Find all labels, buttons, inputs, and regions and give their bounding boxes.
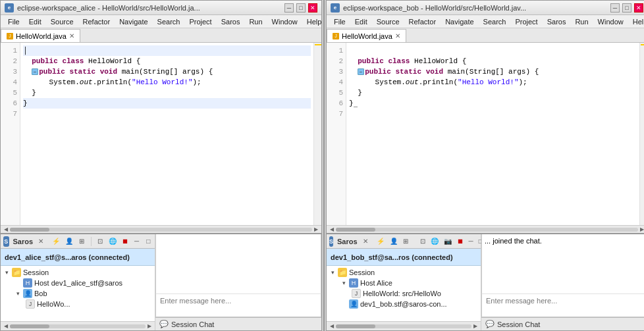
menu-edit-alice[interactable]: Edit: [24, 16, 46, 27]
saros-toolbar-btn-1-bob[interactable]: ⚡: [376, 236, 385, 247]
menu-refactor-bob[interactable]: Refactor: [404, 16, 441, 27]
minimize-button-alice[interactable]: ─: [284, 3, 294, 13]
session-tree-bob[interactable]: ▾ 📁 Session ▾ H Host Alice J HelloWorld:…: [327, 266, 481, 321]
menu-file-bob[interactable]: File: [329, 16, 350, 27]
code-editor-alice[interactable]: │ public class HelloWorld { −public stat…: [20, 43, 313, 225]
close-button-alice[interactable]: ✕: [308, 3, 317, 13]
chat-input-area-bob[interactable]: [481, 293, 644, 317]
scrollbar-track-alice[interactable]: [10, 228, 312, 232]
menu-navigate-alice[interactable]: Navigate: [115, 16, 152, 27]
saros-scroll-right-bob[interactable]: ▶: [471, 322, 479, 330]
saros-track-alice[interactable]: [10, 324, 146, 328]
chat-tab-label-bob[interactable]: Session Chat: [497, 320, 540, 328]
menu-file-alice[interactable]: File: [3, 16, 24, 27]
saros-toolbar-extra-bob[interactable]: 📷: [443, 236, 452, 247]
saros-toolbar-btn-4-bob[interactable]: ⊡: [419, 236, 426, 247]
menu-search-alice[interactable]: Search: [153, 16, 185, 27]
tree-arrow-host-bob[interactable]: ▾: [340, 280, 347, 286]
scroll-right-alice[interactable]: ▶: [312, 226, 320, 234]
editor-content-alice[interactable]: 1 2 3 4 5 6 7 │ public class HelloWorld …: [1, 43, 321, 225]
chat-input-area-alice[interactable]: [155, 293, 321, 317]
title-bar-bob: e eclipse-workspace_bob - HelloWorld/src…: [327, 1, 644, 15]
collapse-icon-3-bob[interactable]: −: [358, 68, 364, 75]
scrollbar-track-bob[interactable]: [336, 228, 638, 232]
restore-button-bob[interactable]: □: [622, 3, 631, 13]
tree-bob-alice[interactable]: ▾ 👤 Bob: [1, 288, 155, 299]
tab-close-alice[interactable]: ✕: [69, 32, 74, 39]
saros-toolbar-btn-5-alice[interactable]: 🌐: [108, 236, 117, 247]
saros-toolbar-btn-3-alice[interactable]: ⊞: [78, 236, 86, 247]
saros-toolbar-btn-5-bob[interactable]: 🌐: [430, 236, 439, 247]
tree-session-alice[interactable]: ▾ 📁 Session: [1, 267, 155, 278]
chat-input-alice[interactable]: [156, 294, 321, 317]
tree-file-alice[interactable]: J HelloWo...: [1, 299, 155, 309]
menu-navigate-bob[interactable]: Navigate: [441, 16, 478, 27]
saros-stop-btn-alice[interactable]: ⏹: [121, 236, 129, 247]
saros-thumb-bob[interactable]: [336, 324, 375, 328]
saros-tab-bar-bob: S Saros ✕ ⚡ 👤 ⊞ ⊡ 🌐 📷 ⏹ ─ □: [327, 234, 481, 249]
tree-arrow-session-alice[interactable]: ▾: [3, 269, 10, 276]
menu-project-alice[interactable]: Project: [184, 16, 216, 27]
saros-min-btn-alice[interactable]: ─: [133, 236, 141, 247]
scrollbar-thumb-bob[interactable]: [336, 228, 375, 232]
chat-tab-label-alice[interactable]: Session Chat: [171, 320, 214, 328]
tree-host-alice[interactable]: H Host dev1_alice_stf@saros: [1, 278, 155, 288]
menu-run-bob[interactable]: Run: [570, 16, 593, 27]
saros-tab-close-bob[interactable]: ✕: [363, 238, 368, 245]
tree-arrow-session-bob[interactable]: ▾: [329, 269, 336, 276]
saros-min-btn-bob[interactable]: ─: [468, 236, 474, 247]
menu-source-alice[interactable]: Source: [46, 16, 78, 27]
saros-tab-close-alice[interactable]: ✕: [38, 238, 43, 245]
saros-toolbar-btn-3-bob[interactable]: ⊞: [402, 236, 409, 247]
tree-dev-bob[interactable]: 👤 dev1_bob.stf@saros-con...: [327, 299, 481, 309]
restore-button-alice[interactable]: □: [296, 3, 306, 13]
session-tree-alice[interactable]: ▾ 📁 Session H Host dev1_alice_stf@saros …: [1, 266, 155, 321]
saros-thumb-alice[interactable]: [10, 324, 49, 328]
scrollbar-h-bob[interactable]: ◀ ▶: [327, 225, 644, 233]
tree-host-label-bob: Host Alice: [360, 279, 392, 287]
menu-help-alice[interactable]: Help: [302, 16, 327, 27]
code-editor-bob[interactable]: public class HelloWorld { −public static…: [346, 43, 639, 225]
editor-tab-bob[interactable]: J HelloWorld.java ✕: [327, 29, 406, 42]
menu-window-alice[interactable]: Window: [267, 16, 302, 27]
saros-scroll-right-alice[interactable]: ▶: [146, 322, 153, 330]
menu-help-bob[interactable]: Help: [628, 16, 644, 27]
scroll-right-bob[interactable]: ▶: [638, 226, 644, 234]
tree-arrow-bob-alice[interactable]: ▾: [14, 290, 21, 297]
saros-toolbar-btn-1-alice[interactable]: ⚡: [51, 236, 61, 247]
menu-project-bob[interactable]: Project: [510, 16, 542, 27]
chat-input-bob[interactable]: [482, 294, 644, 317]
menu-saros-bob[interactable]: Saros: [543, 16, 571, 27]
minimap-alice: [313, 43, 321, 225]
editor-tab-alice[interactable]: J HelloWorld.java ✕: [1, 29, 80, 42]
tree-session-bob[interactable]: ▾ 📁 Session: [327, 267, 481, 278]
scrollbar-h-alice[interactable]: ◀ ▶: [1, 225, 321, 233]
tree-host-bob[interactable]: ▾ H Host Alice: [327, 278, 481, 288]
tree-file-bob[interactable]: J HelloWorld: src/HelloWo: [327, 288, 481, 299]
collapse-icon-3-alice[interactable]: −: [32, 68, 38, 75]
saros-toolbar-btn-2-bob[interactable]: 👤: [389, 236, 398, 247]
menu-search-bob[interactable]: Search: [479, 16, 511, 27]
saros-scroll-left-alice[interactable]: ◀: [2, 322, 10, 330]
saros-scrollbar-alice[interactable]: ◀ ▶: [1, 321, 155, 330]
saros-toolbar-btn-2-alice[interactable]: 👤: [65, 236, 74, 247]
minimize-button-bob[interactable]: ─: [610, 3, 620, 13]
saros-stop-btn-bob[interactable]: ⏹: [456, 236, 464, 247]
saros-scroll-left-bob[interactable]: ◀: [328, 322, 336, 330]
scroll-left-alice[interactable]: ◀: [2, 226, 10, 234]
menu-window-bob[interactable]: Window: [593, 16, 628, 27]
saros-max-btn-alice[interactable]: □: [144, 236, 152, 247]
menu-run-alice[interactable]: Run: [244, 16, 267, 27]
menu-saros-alice[interactable]: Saros: [217, 16, 245, 27]
saros-track-bob[interactable]: [336, 324, 471, 328]
scrollbar-thumb-alice[interactable]: [10, 228, 49, 232]
menu-source-bob[interactable]: Source: [372, 16, 404, 27]
saros-scrollbar-bob[interactable]: ◀ ▶: [327, 321, 481, 330]
saros-toolbar-btn-4-alice[interactable]: ⊡: [96, 236, 104, 247]
menu-refactor-alice[interactable]: Refactor: [78, 16, 115, 27]
tab-close-bob[interactable]: ✕: [395, 32, 400, 39]
editor-content-bob[interactable]: 1 2 3 4 5 6 7 public class HelloWorld { …: [327, 43, 644, 225]
scroll-left-bob[interactable]: ◀: [328, 226, 336, 234]
close-button-bob[interactable]: ✕: [634, 3, 643, 13]
menu-edit-bob[interactable]: Edit: [350, 16, 372, 27]
